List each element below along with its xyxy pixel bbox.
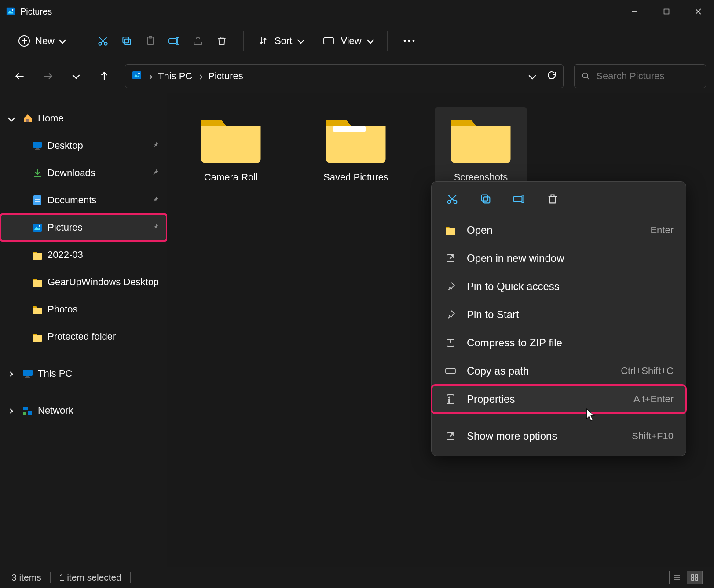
pictures-icon <box>32 222 43 233</box>
context-menu-open-in-new-window[interactable]: Open in new window <box>432 244 686 272</box>
share-button[interactable] <box>186 29 210 53</box>
folder-icon <box>32 304 43 315</box>
expand-chevron-icon <box>9 370 18 378</box>
sidebar-item-label: Home <box>38 113 64 124</box>
maximize-button[interactable] <box>651 0 682 23</box>
rename-button[interactable] <box>162 29 186 53</box>
pin-icon <box>444 280 457 293</box>
svg-rect-21 <box>324 38 333 44</box>
pin-icon <box>151 222 159 233</box>
chevron-down-icon <box>59 36 66 44</box>
folder-icon <box>196 112 266 166</box>
pin-icon <box>151 195 159 206</box>
more-button[interactable] <box>397 29 421 53</box>
new-label: New <box>35 35 55 47</box>
breadcrumb-item[interactable]: This PC <box>158 70 192 82</box>
svg-rect-36 <box>33 195 41 205</box>
details-view-button[interactable] <box>669 571 685 584</box>
svg-point-2 <box>12 9 14 11</box>
chevron-down-icon <box>73 72 80 79</box>
search-box[interactable] <box>574 64 706 88</box>
documents-icon <box>32 195 43 206</box>
context-menu-copy-as-path[interactable]: Copy as pathCtrl+Shift+C <box>432 357 686 385</box>
pin-icon <box>151 140 159 151</box>
cut-icon[interactable] <box>445 191 460 206</box>
svg-point-66 <box>449 397 450 398</box>
breadcrumb-item[interactable]: Pictures <box>208 70 243 82</box>
navigation-row: This PC Pictures <box>0 59 714 93</box>
back-button[interactable] <box>8 64 32 88</box>
svg-rect-54 <box>483 197 490 203</box>
svg-point-28 <box>138 73 140 74</box>
sidebar-item-downloads[interactable]: Downloads <box>0 159 167 187</box>
pin-icon <box>151 167 159 179</box>
context-menu: OpenEnterOpen in new windowPin to Quick … <box>431 181 686 456</box>
toolbar-separator <box>243 31 244 51</box>
context-menu-open[interactable]: OpenEnter <box>432 216 686 244</box>
delete-button[interactable] <box>210 29 234 53</box>
downloads-icon <box>32 167 43 179</box>
address-bar[interactable]: This PC Pictures <box>125 64 564 88</box>
forward-button[interactable] <box>36 64 60 88</box>
svg-rect-75 <box>692 578 694 580</box>
recent-locations-button[interactable] <box>64 64 88 88</box>
folder-icon <box>32 331 43 342</box>
toolbar-separator <box>81 31 81 51</box>
copy-button[interactable] <box>115 29 139 53</box>
svg-rect-35 <box>35 149 40 150</box>
svg-point-67 <box>449 399 450 401</box>
folder-item[interactable]: Camera Roll <box>185 107 277 187</box>
svg-rect-55 <box>482 195 488 201</box>
copy-icon[interactable] <box>478 191 493 206</box>
status-bar: 3 items 1 item selected <box>0 567 714 588</box>
context-menu-pin-to-quick-access[interactable]: Pin to Quick access <box>432 272 686 301</box>
keyboard-shortcut: Ctrl+Shift+C <box>621 365 674 377</box>
svg-rect-43 <box>23 370 33 376</box>
sidebar-item-this-pc[interactable]: This PC <box>0 360 167 387</box>
view-button[interactable]: View <box>319 32 377 50</box>
toolbar: New Sort View <box>0 23 714 59</box>
up-button[interactable] <box>92 64 116 88</box>
sidebar-item-photos[interactable]: Photos <box>0 296 167 323</box>
context-menu-pin-to-start[interactable]: Pin to Start <box>432 301 686 329</box>
paste-button[interactable] <box>139 29 162 53</box>
sidebar-item-label: Photos <box>48 304 78 315</box>
context-menu-label: Copy as path <box>467 365 529 377</box>
rename-icon[interactable] <box>512 191 527 206</box>
home-icon <box>22 113 33 124</box>
svg-rect-14 <box>123 37 128 43</box>
thumbnails-view-button[interactable] <box>687 571 703 584</box>
delete-icon[interactable] <box>545 191 560 206</box>
context-menu-compress-to-zip-file[interactable]: Compress to ZIP file <box>432 329 686 357</box>
item-count: 3 items <box>11 572 41 583</box>
chevron-down-icon <box>297 36 305 44</box>
keyboard-shortcut: Shift+F10 <box>632 430 674 442</box>
sidebar-item-pictures[interactable]: Pictures <box>0 214 167 241</box>
search-input[interactable] <box>596 70 699 82</box>
expand-chevron-icon <box>9 407 18 415</box>
sidebar-item-protected-folder[interactable]: Protected folder <box>0 323 167 350</box>
minimize-button[interactable] <box>619 0 651 23</box>
context-menu-show-more-options[interactable]: Show more optionsShift+F10 <box>432 422 686 450</box>
sidebar-item-home[interactable]: Home <box>0 105 167 132</box>
view-label: View <box>341 35 361 47</box>
context-menu-properties[interactable]: PropertiesAlt+Enter <box>432 385 686 413</box>
sidebar-item-desktop[interactable]: Desktop <box>0 132 167 159</box>
new-button[interactable]: New <box>12 32 71 50</box>
refresh-button[interactable] <box>546 70 557 82</box>
sort-button[interactable]: Sort <box>253 32 308 50</box>
folder-item[interactable]: Screenshots <box>435 107 527 187</box>
sidebar-item-documents[interactable]: Documents <box>0 187 167 214</box>
address-dropdown-button[interactable] <box>530 72 535 80</box>
sort-icon <box>258 36 268 46</box>
cut-button[interactable] <box>91 29 115 53</box>
pictures-app-icon <box>5 6 16 17</box>
folder-item[interactable]: Saved Pictures <box>310 107 402 187</box>
sidebar-item-gearupwindows-desktop[interactable]: GearUpWindows Desktop <box>0 268 167 296</box>
sidebar-item-network[interactable]: Network <box>0 397 167 424</box>
folder-icon <box>446 112 516 166</box>
close-button[interactable] <box>682 0 714 23</box>
sidebar-item-label: Documents <box>48 195 96 206</box>
svg-point-24 <box>408 40 410 42</box>
sidebar-item-2022-03[interactable]: 2022-03 <box>0 241 167 268</box>
